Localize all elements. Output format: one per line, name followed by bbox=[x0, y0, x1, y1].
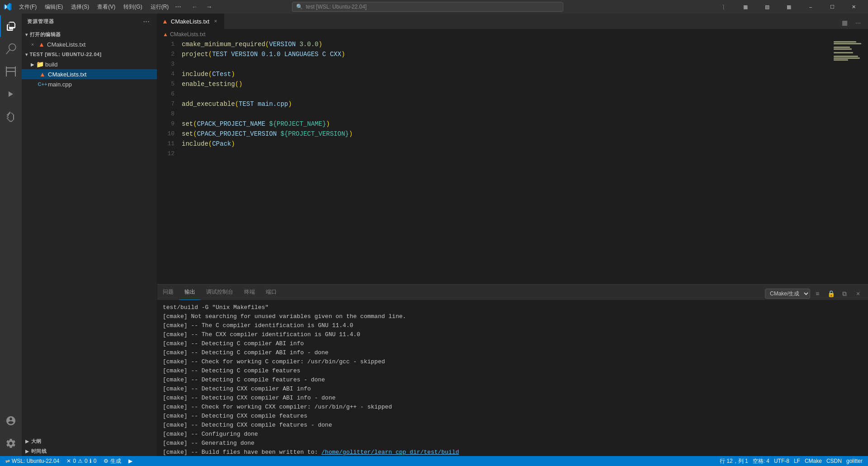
menu-more[interactable]: ··· bbox=[173, 2, 183, 12]
output-source-select[interactable]: CMake/生成 bbox=[765, 289, 810, 299]
activity-bar bbox=[0, 14, 22, 456]
error-icon: ✕ bbox=[66, 458, 71, 464]
activity-settings[interactable] bbox=[0, 433, 22, 454]
minimap-line bbox=[834, 59, 848, 61]
status-encoding[interactable]: UTF-8 bbox=[772, 456, 791, 466]
build-chevron: ▶ bbox=[31, 62, 34, 67]
menu-view[interactable]: 查看(V) bbox=[94, 2, 119, 12]
minimap bbox=[832, 39, 868, 159]
code-line-1: 1 cmake_minimum_required(VERSION 3.0.0) bbox=[157, 39, 832, 49]
layout-icon-2[interactable]: ▦ bbox=[735, 0, 756, 14]
minimap-line bbox=[834, 48, 852, 50]
activity-source-control[interactable] bbox=[0, 61, 22, 82]
menu-edit[interactable]: 编辑(E) bbox=[41, 2, 66, 12]
panel-list-view[interactable]: ≡ bbox=[811, 287, 824, 300]
output-line-5: [cmake] -- Detecting C compiler ABI info… bbox=[163, 348, 863, 357]
new-file-button[interactable]: ··· bbox=[142, 17, 151, 27]
forward-button[interactable]: → bbox=[203, 2, 216, 12]
panel-output-content[interactable]: test/build -G "Unix Makefiles" [cmake] N… bbox=[157, 300, 868, 456]
split-editor-button[interactable]: ▦ bbox=[838, 16, 851, 29]
sidebar-outline[interactable]: ▶ 大纲 bbox=[22, 436, 157, 446]
status-csdn[interactable]: CSDN bbox=[825, 456, 844, 466]
outline-chevron: ▶ bbox=[25, 439, 29, 444]
tab-bar: ▲ CMakeLists.txt × ▦ ··· bbox=[157, 14, 868, 29]
sidebar-main-cpp[interactable]: C++ main.cpp bbox=[22, 79, 157, 89]
status-line-col[interactable]: 行 12，列 1 bbox=[718, 456, 750, 466]
workspace-chevron: ▾ bbox=[25, 52, 28, 57]
menu-run[interactable]: 运行(R) bbox=[147, 2, 173, 12]
build-path-link[interactable]: /home/golitter/learn_cpp_dir/test/build bbox=[321, 449, 459, 456]
status-remote[interactable]: ⇌ WSL: Ubuntu-22.04 bbox=[4, 456, 61, 466]
window-controls: ⎱ ▦ ▧ ▦ – ☐ ✕ bbox=[713, 0, 864, 14]
editor-panel-split: 1 cmake_minimum_required(VERSION 3.0.0) … bbox=[157, 39, 868, 456]
status-language[interactable]: CMake bbox=[803, 456, 824, 466]
output-line-2: [cmake] -- The C compiler identification… bbox=[163, 321, 863, 330]
minimap-line bbox=[834, 47, 850, 48]
output-line-10: [cmake] -- Detecting CXX compiler ABI in… bbox=[163, 394, 863, 403]
open-file-cmake[interactable]: × ▲ CMakeLists.txt bbox=[22, 39, 157, 49]
tab-cmake-icon: ▲ bbox=[162, 18, 168, 25]
back-button[interactable]: ← bbox=[189, 2, 201, 12]
menu-goto[interactable]: 转到(G) bbox=[120, 2, 146, 12]
status-golitter[interactable]: golitter bbox=[844, 456, 864, 466]
sidebar-section-open-editors[interactable]: ▾ 打开的编辑器 bbox=[22, 29, 157, 39]
menu-select[interactable]: 选择(S) bbox=[67, 2, 93, 12]
tab-close-button[interactable]: × bbox=[212, 18, 219, 25]
activity-account[interactable] bbox=[0, 410, 22, 432]
minimap-content bbox=[832, 39, 868, 65]
panel-tab-bar: 问题 输出 调试控制台 终端 端口 CMake/生成 ≡ 🔒 ⧉ × bbox=[157, 285, 868, 300]
activity-run[interactable] bbox=[0, 83, 22, 105]
panel-tab-output[interactable]: 输出 bbox=[179, 284, 201, 300]
nav-buttons: ← → bbox=[189, 2, 216, 12]
sidebar-timeline[interactable]: ▶ 时间线 bbox=[22, 446, 157, 456]
output-line-8: [cmake] -- Detecting C compile features … bbox=[163, 376, 863, 385]
output-line-11: [cmake] -- Check for working CXX compile… bbox=[163, 403, 863, 412]
code-line-3: 3 bbox=[157, 59, 832, 69]
close-icon[interactable]: × bbox=[29, 41, 36, 48]
panel-tab-actions: CMake/生成 ≡ 🔒 ⧉ × bbox=[765, 287, 868, 300]
close-button[interactable]: ✕ bbox=[844, 0, 864, 14]
breadcrumb-cmake-icon: ▲ bbox=[163, 31, 168, 38]
status-spaces[interactable]: 空格: 4 bbox=[751, 456, 771, 466]
status-right: 行 12，列 1 空格: 4 UTF-8 LF CMake CSDN golit… bbox=[718, 456, 864, 466]
sidebar-bottom-sections: ▶ 大纲 ▶ 时间线 bbox=[22, 436, 157, 456]
sidebar-workspace-header[interactable]: ▾ TEST [WSL: UBUNTU-22.04] bbox=[22, 49, 157, 59]
sidebar-actions: ··· bbox=[142, 17, 151, 27]
code-line-4: 4 include(CTest) bbox=[157, 69, 832, 79]
status-bar: ⇌ WSL: Ubuntu-22.04 ✕ 0 ⚠ 0 ℹ 0 ⚙ 生成 ▶ 行… bbox=[0, 456, 868, 466]
minimize-button[interactable]: – bbox=[800, 0, 821, 14]
menu-file[interactable]: 文件(F) bbox=[15, 2, 40, 12]
global-search-bar[interactable]: 🔍 test [WSL: Ubuntu-22.04] bbox=[292, 2, 563, 12]
layout-icon-3[interactable]: ▧ bbox=[757, 0, 778, 14]
status-generating[interactable]: ⚙ 生成 bbox=[102, 456, 123, 466]
output-line-1: [cmake] Not searching for unused variabl… bbox=[163, 312, 863, 321]
panel-open-external[interactable]: ⧉ bbox=[838, 287, 851, 300]
activity-explorer[interactable] bbox=[0, 15, 22, 37]
tab-cmake[interactable]: ▲ CMakeLists.txt × bbox=[157, 14, 224, 29]
code-line-10: 10 set(CPACK_PROJECT_VERSION ${PROJECT_V… bbox=[157, 129, 832, 139]
panel-close[interactable]: × bbox=[852, 287, 864, 300]
sidebar-cmake-file[interactable]: ▲ CMakeLists.txt bbox=[22, 69, 157, 79]
status-play[interactable]: ▶ bbox=[127, 456, 134, 466]
status-errors[interactable]: ✕ 0 ⚠ 0 ℹ 0 bbox=[65, 456, 98, 466]
status-eol[interactable]: LF bbox=[792, 456, 802, 466]
vscode-icon bbox=[4, 3, 12, 11]
remote-icon: ⇌ bbox=[5, 458, 10, 464]
timeline-chevron: ▶ bbox=[25, 449, 29, 454]
cmake-icon-sidebar: ▲ bbox=[39, 71, 46, 78]
layout-icon-4[interactable]: ▦ bbox=[778, 0, 799, 14]
search-text: test [WSL: Ubuntu-22.04] bbox=[306, 4, 367, 10]
panel-tab-problems[interactable]: 问题 bbox=[157, 284, 179, 300]
activity-extensions[interactable] bbox=[0, 106, 22, 128]
sidebar-build-folder[interactable]: ▶ 📁 build bbox=[22, 59, 157, 69]
panel-tab-terminal[interactable]: 终端 bbox=[239, 284, 260, 300]
editor-content-area: 1 cmake_minimum_required(VERSION 3.0.0) … bbox=[157, 39, 868, 159]
panel-lock[interactable]: 🔒 bbox=[825, 287, 837, 300]
more-actions-button[interactable]: ··· bbox=[852, 16, 864, 29]
panel-tab-ports[interactable]: 端口 bbox=[260, 284, 282, 300]
maximize-button[interactable]: ☐ bbox=[822, 0, 843, 14]
activity-search[interactable] bbox=[0, 38, 22, 60]
code-editor[interactable]: 1 cmake_minimum_required(VERSION 3.0.0) … bbox=[157, 39, 868, 284]
panel-tab-debug[interactable]: 调试控制台 bbox=[201, 284, 239, 300]
layout-icon-1[interactable]: ⎱ bbox=[713, 0, 734, 14]
